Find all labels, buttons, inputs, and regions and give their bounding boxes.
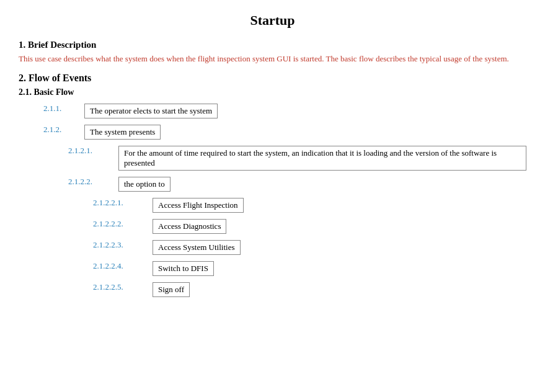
flow-sub2-item-21222: 2.1.2.2.2. Access Diagnostics <box>19 219 526 234</box>
flow-of-events-section: 2. Flow of Events 2.1. Basic Flow 2.1.1.… <box>19 73 526 297</box>
basic-flow-number: 2.1. <box>19 87 32 97</box>
flow-sub2-item-21225-text: Sign off <box>153 282 190 297</box>
flow-sub2-item-21223: 2.1.2.2.3. Access System Utilities <box>19 240 526 255</box>
flow-item-212-text: The system presents <box>84 125 161 140</box>
flow-item-212-number: 2.1.2. <box>43 125 81 135</box>
flow-sub2-item-21222-text: Access Diagnostics <box>153 219 226 234</box>
flow-sub2-item-21225-number: 2.1.2.2.5. <box>93 282 149 292</box>
flow-item-211-text: The operator elects to start the system <box>84 104 218 118</box>
flow-item-212: 2.1.2. The system presents <box>19 125 526 140</box>
flow-of-events-heading: 2. Flow of Events <box>19 73 526 84</box>
flow-sub-item-2121-text: For the amount of time required to start… <box>118 146 526 171</box>
flow-sub-item-2121: 2.1.2.1. For the amount of time required… <box>19 146 526 171</box>
flow-number: 2. <box>19 73 26 83</box>
brief-description-section: 1. Brief Description This use case descr… <box>19 40 526 64</box>
flow-item-211-number: 2.1.1. <box>43 104 81 114</box>
brief-description-heading: 1. Brief Description <box>19 40 526 50</box>
brief-description-text: This use case describes what the system … <box>19 54 526 64</box>
flow-sub2-item-21225: 2.1.2.2.5. Sign off <box>19 282 526 297</box>
brief-description-label: Brief Description <box>28 40 96 50</box>
flow-sub-item-2121-number: 2.1.2.1. <box>68 146 115 156</box>
flow-sub-item-2122-text: the option to <box>118 177 171 192</box>
flow-sub2-item-21221-text: Access Flight Inspection <box>153 198 244 213</box>
flow-sub2-item-21224: 2.1.2.2.4. Switch to DFIS <box>19 261 526 276</box>
basic-flow-label: Basic Flow <box>34 87 74 97</box>
brief-description-number: 1. <box>19 40 25 50</box>
flow-item-211: 2.1.1. The operator elects to start the … <box>19 104 526 118</box>
flow-sub2-item-21221-number: 2.1.2.2.1. <box>93 198 149 208</box>
flow-sub2-item-21223-text: Access System Utilities <box>153 240 241 255</box>
flow-sub-item-2122: 2.1.2.2. the option to <box>19 177 526 192</box>
flow-sub2-item-21222-number: 2.1.2.2.2. <box>93 219 149 229</box>
flow-label: Flow of Events <box>29 73 91 83</box>
flow-sub2-item-21221: 2.1.2.2.1. Access Flight Inspection <box>19 198 526 213</box>
flow-sub2-item-21223-number: 2.1.2.2.3. <box>93 240 149 250</box>
flow-sub2-item-21224-text: Switch to DFIS <box>153 261 214 276</box>
page-title: Startup <box>19 12 526 29</box>
flow-sub-item-2122-number: 2.1.2.2. <box>68 177 115 187</box>
flow-sub2-item-21224-number: 2.1.2.2.4. <box>93 261 149 271</box>
basic-flow-heading: 2.1. Basic Flow <box>19 87 526 97</box>
